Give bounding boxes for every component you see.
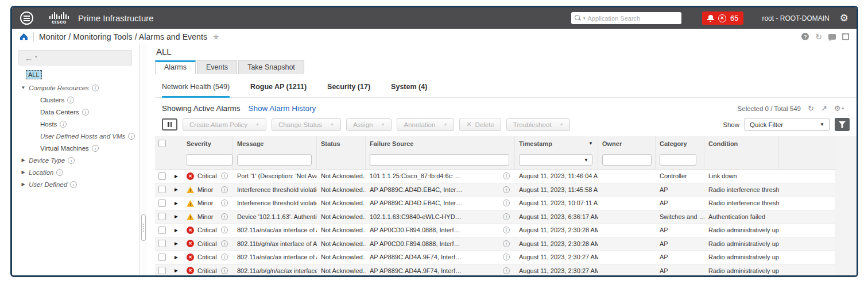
column-header-owner[interactable]: Owner [598,136,656,151]
select-all-checkbox[interactable] [158,140,166,147]
sidebar-item-compute-resources[interactable]: ▼ Compute Resources [17,82,140,94]
sidebar-item-device-type[interactable]: ▶ Device Type [17,154,140,166]
feedback-bubble-icon[interactable] [828,34,836,40]
info-icon[interactable] [92,85,99,91]
show-alarm-history-link[interactable]: Show Alarm History [249,104,316,113]
table-refresh-icon[interactable]: ↻ [808,105,814,112]
info-icon[interactable] [221,254,228,260]
row-checkbox[interactable] [158,227,166,234]
row-checkbox[interactable] [158,172,166,180]
annotation-button[interactable]: Annotation▼ [397,118,454,131]
user-domain-label[interactable]: root - ROOT-DOMAIN [762,14,829,22]
row-expand-button[interactable]: ▶ [170,241,183,246]
tab-take-snapshot[interactable]: Take Snapshot [238,60,304,74]
severity-filter-input[interactable] [187,154,232,166]
application-search-input[interactable] [587,15,677,22]
info-icon[interactable] [503,172,510,179]
row-expand-button[interactable]: ▶ [170,187,183,192]
hamburger-menu-icon[interactable] [20,11,33,25]
row-checkbox[interactable] [158,186,166,193]
row-expand-button[interactable]: ▶ [170,255,183,260]
row-checkbox[interactable] [158,254,166,261]
change-status-button[interactable]: Change Status▼ [272,118,341,131]
info-icon[interactable] [128,133,135,140]
sidebar-item-location[interactable]: ▶ Location [17,166,140,178]
timestamp-filter-select[interactable]: ▼ [519,154,592,166]
row-expand-button[interactable]: ▶ [170,174,183,179]
info-icon[interactable] [221,213,228,220]
sidebar-item-clusters[interactable]: Clusters [17,94,140,106]
delete-button[interactable]: ✕Delete [459,118,501,131]
column-header-condition[interactable]: Condition [704,136,779,151]
refresh-icon[interactable]: ↻ [815,33,822,41]
assign-button[interactable]: Assign▼ [346,118,392,131]
favorite-star-icon[interactable]: ★ [212,32,220,41]
info-icon[interactable] [503,213,510,220]
chevron-right-icon[interactable]: ▶ [21,170,26,175]
column-header-failure-source[interactable]: Failure Source [366,136,515,151]
tab-alarms[interactable]: Alarms [155,60,196,74]
info-icon[interactable] [56,169,63,176]
info-icon[interactable] [92,145,99,152]
info-icon[interactable] [221,227,228,233]
row-checkbox[interactable] [158,240,166,247]
info-icon[interactable] [503,254,510,260]
panel-resize-handle[interactable] [141,214,146,241]
home-icon[interactable] [20,33,28,41]
create-alarm-policy-button[interactable]: Create Alarm Policy▼ [183,118,266,131]
row-checkbox[interactable] [158,199,166,207]
sidebar-back-button[interactable]: ← ▾ [18,50,132,66]
info-icon[interactable] [221,172,228,179]
application-search[interactable]: ▾ [571,12,681,24]
column-header-severity[interactable]: Severity [183,136,233,151]
info-icon[interactable] [82,109,89,116]
info-icon[interactable] [503,186,510,193]
failure-source-filter-input[interactable] [370,154,509,166]
row-checkbox[interactable] [158,267,166,274]
info-icon[interactable] [221,240,228,247]
owner-filter-input[interactable] [602,154,652,166]
sidebar-item-user-defined[interactable]: ▶ User Defined [17,178,140,190]
column-header-category[interactable]: Category [656,136,704,151]
dock-panel-icon[interactable] [842,33,849,40]
chevron-right-icon[interactable]: ▶ [21,158,26,163]
row-expand-button[interactable]: ▶ [170,228,183,233]
sidebar-item-all[interactable]: ALL [26,70,42,79]
info-icon[interactable] [68,157,75,164]
troubleshoot-button[interactable]: Troubleshoot▼ [506,118,571,131]
tab-security[interactable]: Security (17) [327,83,370,97]
sidebar-item-virtual-machines[interactable]: Virtual Machines [17,142,140,154]
tab-network-health[interactable]: Network Health (549) [162,83,230,98]
column-header-status[interactable]: Status [317,136,366,151]
sidebar-item-user-defined-hosts[interactable]: User Defined Hosts and VMs [17,130,140,142]
tab-rogue-ap[interactable]: Rogue AP (1211) [250,83,307,97]
row-checkbox[interactable] [158,213,166,220]
category-filter-input[interactable] [660,154,696,166]
chevron-down-icon[interactable]: ▼ [21,85,26,90]
sidebar-item-data-centers[interactable]: Data Centers [17,106,140,118]
info-icon[interactable] [221,199,228,206]
quick-filter-select[interactable]: Quick Filter ▼ [745,118,830,131]
info-icon[interactable] [503,199,510,206]
column-header-message[interactable]: Message [233,136,317,151]
info-icon[interactable] [67,97,74,103]
info-icon[interactable] [221,267,228,274]
alarm-summary-badge[interactable]: ✕ 65 [702,11,743,25]
tab-events[interactable]: Events [197,60,237,74]
message-filter-input[interactable] [237,154,312,166]
settings-gear-icon[interactable]: ⚙ [840,13,848,23]
pause-refresh-button[interactable] [162,118,177,131]
info-icon[interactable] [503,267,510,274]
row-expand-button[interactable]: ▶ [170,268,183,273]
info-icon[interactable] [70,181,77,188]
info-icon[interactable] [503,240,510,247]
search-scope-caret-icon[interactable]: ▾ [583,16,586,21]
tab-system[interactable]: System (4) [391,83,427,97]
filter-button[interactable] [835,118,850,131]
row-expand-button[interactable]: ▶ [170,201,183,206]
table-settings-gear-icon[interactable]: ⚙▾ [834,105,844,112]
chevron-right-icon[interactable]: ▶ [21,182,26,187]
info-icon[interactable] [503,227,510,233]
help-icon[interactable]: ? [801,33,809,40]
row-expand-button[interactable]: ▶ [170,214,183,219]
